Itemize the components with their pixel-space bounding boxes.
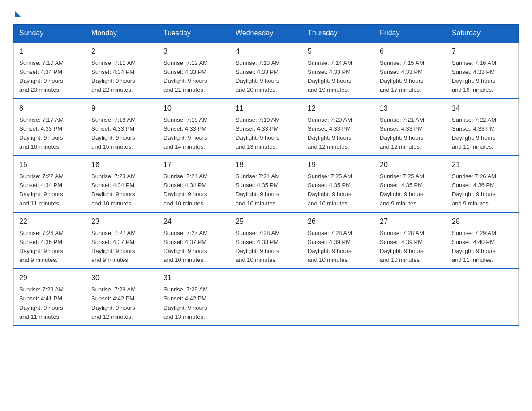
calendar-cell: 21 Sunrise: 7:26 AMSunset: 4:36 PMDaylig… xyxy=(446,155,519,212)
day-number: 8 xyxy=(19,103,80,114)
calendar-cell: 29 Sunrise: 7:29 AMSunset: 4:41 PMDaylig… xyxy=(14,269,86,325)
day-number: 5 xyxy=(308,46,369,57)
header-sunday: Sunday xyxy=(14,25,86,43)
day-number: 13 xyxy=(380,103,441,114)
calendar-cell: 18 Sunrise: 7:24 AMSunset: 4:35 PMDaylig… xyxy=(230,155,302,212)
day-info: Sunrise: 7:26 AMSunset: 4:36 PMDaylight:… xyxy=(19,229,80,265)
day-info: Sunrise: 7:28 AMSunset: 4:39 PMDaylight:… xyxy=(380,229,441,265)
day-number: 31 xyxy=(163,273,224,283)
day-info: Sunrise: 7:28 AMSunset: 4:38 PMDaylight:… xyxy=(236,229,296,265)
day-info: Sunrise: 7:29 AMSunset: 4:41 PMDaylight:… xyxy=(19,285,80,321)
day-info: Sunrise: 7:11 AMSunset: 4:34 PMDaylight:… xyxy=(91,59,152,95)
calendar-cell: 23 Sunrise: 7:27 AMSunset: 4:37 PMDaylig… xyxy=(86,212,158,269)
day-number: 28 xyxy=(452,216,513,227)
day-number: 30 xyxy=(91,273,152,283)
header-monday: Monday xyxy=(86,25,158,43)
calendar-cell: 12 Sunrise: 7:20 AMSunset: 4:33 PMDaylig… xyxy=(302,99,374,156)
day-number: 15 xyxy=(19,159,80,170)
day-number: 16 xyxy=(91,159,152,170)
day-number: 19 xyxy=(308,159,369,170)
day-number: 7 xyxy=(452,46,513,57)
day-number: 24 xyxy=(163,216,224,227)
calendar-cell: 13 Sunrise: 7:21 AMSunset: 4:33 PMDaylig… xyxy=(374,99,446,156)
day-info: Sunrise: 7:29 AMSunset: 4:42 PMDaylight:… xyxy=(163,285,224,321)
day-info: Sunrise: 7:29 AMSunset: 4:40 PMDaylight:… xyxy=(452,229,513,265)
day-number: 14 xyxy=(452,103,513,114)
calendar-week-3: 15 Sunrise: 7:22 AMSunset: 4:34 PMDaylig… xyxy=(14,155,519,212)
calendar-cell: 3 Sunrise: 7:12 AMSunset: 4:33 PMDayligh… xyxy=(158,42,230,99)
calendar-cell: 24 Sunrise: 7:27 AMSunset: 4:37 PMDaylig… xyxy=(158,212,230,269)
calendar-cell: 9 Sunrise: 7:18 AMSunset: 4:33 PMDayligh… xyxy=(86,99,158,156)
day-number: 1 xyxy=(19,46,80,57)
calendar-cell xyxy=(230,269,302,325)
calendar-cell: 7 Sunrise: 7:16 AMSunset: 4:33 PMDayligh… xyxy=(446,42,519,99)
day-number: 6 xyxy=(380,46,441,57)
day-number: 18 xyxy=(236,159,296,170)
calendar-cell: 27 Sunrise: 7:28 AMSunset: 4:39 PMDaylig… xyxy=(374,212,446,269)
header-wednesday: Wednesday xyxy=(230,25,302,43)
day-info: Sunrise: 7:20 AMSunset: 4:33 PMDaylight:… xyxy=(308,116,369,152)
calendar-week-1: 1 Sunrise: 7:10 AMSunset: 4:34 PMDayligh… xyxy=(14,42,519,99)
calendar-cell: 10 Sunrise: 7:18 AMSunset: 4:33 PMDaylig… xyxy=(158,99,230,156)
calendar-week-2: 8 Sunrise: 7:17 AMSunset: 4:33 PMDayligh… xyxy=(14,99,519,156)
day-info: Sunrise: 7:17 AMSunset: 4:33 PMDaylight:… xyxy=(19,116,80,152)
day-info: Sunrise: 7:25 AMSunset: 4:35 PMDaylight:… xyxy=(308,172,369,208)
calendar-cell: 8 Sunrise: 7:17 AMSunset: 4:33 PMDayligh… xyxy=(14,99,86,156)
page-header xyxy=(13,9,519,15)
calendar-cell: 1 Sunrise: 7:10 AMSunset: 4:34 PMDayligh… xyxy=(14,42,86,99)
day-info: Sunrise: 7:27 AMSunset: 4:37 PMDaylight:… xyxy=(91,229,152,265)
header-saturday: Saturday xyxy=(446,25,519,43)
day-number: 25 xyxy=(236,216,296,227)
day-info: Sunrise: 7:29 AMSunset: 4:42 PMDaylight:… xyxy=(91,285,152,321)
day-info: Sunrise: 7:13 AMSunset: 4:33 PMDaylight:… xyxy=(236,59,296,95)
day-info: Sunrise: 7:21 AMSunset: 4:33 PMDaylight:… xyxy=(380,116,441,152)
day-info: Sunrise: 7:24 AMSunset: 4:35 PMDaylight:… xyxy=(236,172,296,208)
calendar-cell: 6 Sunrise: 7:15 AMSunset: 4:33 PMDayligh… xyxy=(374,42,446,99)
logo xyxy=(13,9,21,15)
day-number: 11 xyxy=(236,103,296,114)
calendar-cell: 14 Sunrise: 7:22 AMSunset: 4:33 PMDaylig… xyxy=(446,99,519,156)
day-number: 26 xyxy=(308,216,369,227)
header-friday: Friday xyxy=(374,25,446,43)
day-number: 10 xyxy=(163,103,224,114)
calendar-table: SundayMondayTuesdayWednesdayThursdayFrid… xyxy=(13,24,519,326)
calendar-cell: 2 Sunrise: 7:11 AMSunset: 4:34 PMDayligh… xyxy=(86,42,158,99)
calendar-cell: 26 Sunrise: 7:28 AMSunset: 4:39 PMDaylig… xyxy=(302,212,374,269)
calendar-cell: 25 Sunrise: 7:28 AMSunset: 4:38 PMDaylig… xyxy=(230,212,302,269)
day-number: 27 xyxy=(380,216,441,227)
header-tuesday: Tuesday xyxy=(158,25,230,43)
day-info: Sunrise: 7:27 AMSunset: 4:37 PMDaylight:… xyxy=(163,229,224,265)
day-info: Sunrise: 7:12 AMSunset: 4:33 PMDaylight:… xyxy=(163,59,224,95)
day-number: 29 xyxy=(19,273,80,283)
calendar-week-4: 22 Sunrise: 7:26 AMSunset: 4:36 PMDaylig… xyxy=(14,212,519,269)
day-number: 23 xyxy=(91,216,152,227)
day-info: Sunrise: 7:26 AMSunset: 4:36 PMDaylight:… xyxy=(452,172,513,208)
calendar-cell: 11 Sunrise: 7:19 AMSunset: 4:33 PMDaylig… xyxy=(230,99,302,156)
calendar-cell: 4 Sunrise: 7:13 AMSunset: 4:33 PMDayligh… xyxy=(230,42,302,99)
calendar-cell xyxy=(374,269,446,325)
day-number: 21 xyxy=(452,159,513,170)
day-number: 20 xyxy=(380,159,441,170)
day-info: Sunrise: 7:10 AMSunset: 4:34 PMDaylight:… xyxy=(19,59,80,95)
day-number: 17 xyxy=(163,159,224,170)
calendar-cell: 16 Sunrise: 7:23 AMSunset: 4:34 PMDaylig… xyxy=(86,155,158,212)
day-info: Sunrise: 7:16 AMSunset: 4:33 PMDaylight:… xyxy=(452,59,513,95)
day-info: Sunrise: 7:25 AMSunset: 4:35 PMDaylight:… xyxy=(380,172,441,208)
calendar-cell xyxy=(446,269,519,325)
day-info: Sunrise: 7:23 AMSunset: 4:34 PMDaylight:… xyxy=(91,172,152,208)
day-info: Sunrise: 7:18 AMSunset: 4:33 PMDaylight:… xyxy=(163,116,224,152)
calendar-cell: 17 Sunrise: 7:24 AMSunset: 4:34 PMDaylig… xyxy=(158,155,230,212)
day-info: Sunrise: 7:22 AMSunset: 4:33 PMDaylight:… xyxy=(452,116,513,152)
day-info: Sunrise: 7:19 AMSunset: 4:33 PMDaylight:… xyxy=(236,116,296,152)
day-info: Sunrise: 7:24 AMSunset: 4:34 PMDaylight:… xyxy=(163,172,224,208)
day-number: 3 xyxy=(163,46,224,57)
day-number: 4 xyxy=(236,46,296,57)
calendar-cell: 30 Sunrise: 7:29 AMSunset: 4:42 PMDaylig… xyxy=(86,269,158,325)
day-number: 12 xyxy=(308,103,369,114)
calendar-cell: 5 Sunrise: 7:14 AMSunset: 4:33 PMDayligh… xyxy=(302,42,374,99)
day-info: Sunrise: 7:15 AMSunset: 4:33 PMDaylight:… xyxy=(380,59,441,95)
day-number: 22 xyxy=(19,216,80,227)
day-info: Sunrise: 7:22 AMSunset: 4:34 PMDaylight:… xyxy=(19,172,80,208)
header-thursday: Thursday xyxy=(302,25,374,43)
calendar-cell: 28 Sunrise: 7:29 AMSunset: 4:40 PMDaylig… xyxy=(446,212,519,269)
